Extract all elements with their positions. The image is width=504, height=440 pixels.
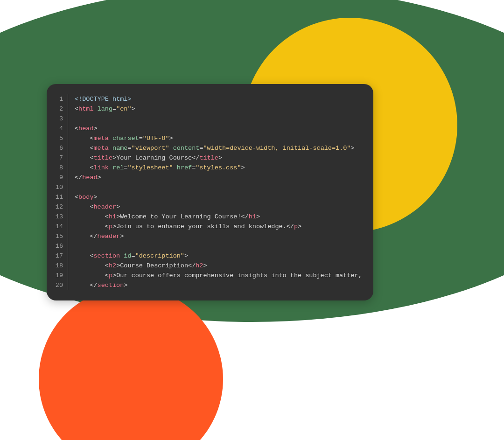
canvas: 1 <!DOCTYPE html> 2 <html lang="en"> 3 4… <box>0 0 504 440</box>
code-content: </header> <box>68 231 124 241</box>
line-number: 19 <box>54 271 68 280</box>
code-line: 20 </section> <box>54 280 362 290</box>
line-number: 14 <box>54 222 68 231</box>
code-line: 7 <title>Your Learning Course</title> <box>54 153 362 163</box>
code-content: <p>Our course offers comprehensive insig… <box>68 271 362 280</box>
code-line: 17 <section id="description"> <box>54 251 362 261</box>
code-line: 2 <html lang="en"> <box>54 104 362 114</box>
line-number: 7 <box>54 153 68 163</box>
line-number: 3 <box>54 114 68 124</box>
code-line: 5 <meta charset="UTF-8"> <box>54 133 362 143</box>
code-content: <section id="description"> <box>68 251 188 261</box>
code-content: <p>Join us to enhance your skills and kn… <box>68 222 301 231</box>
line-number: 6 <box>54 143 68 153</box>
code-line: 8 <link rel="stylesheet" href="styles.cs… <box>54 163 362 173</box>
code-line: 14 <p>Join us to enhance your skills and… <box>54 222 362 231</box>
code-editor-panel: 1 <!DOCTYPE html> 2 <html lang="en"> 3 4… <box>47 84 373 300</box>
line-number: 9 <box>54 173 68 182</box>
code-line: 3 <box>54 114 362 124</box>
code-content <box>68 241 78 251</box>
code-line: 10 <box>54 182 362 192</box>
code-content: <body> <box>68 192 98 202</box>
code-content: <meta charset="UTF-8"> <box>68 133 173 143</box>
line-number: 13 <box>54 212 68 222</box>
line-number: 5 <box>54 133 68 143</box>
line-number: 11 <box>54 192 68 202</box>
code-line: 9 </head> <box>54 173 362 182</box>
code-line: 6 <meta name="viewport" content="width=d… <box>54 143 362 153</box>
code-content: <title>Your Learning Course</title> <box>68 153 222 163</box>
line-number: 17 <box>54 251 68 261</box>
code-content: </head> <box>68 173 101 182</box>
code-content: <!DOCTYPE html> <box>68 94 132 104</box>
code-content <box>68 182 78 192</box>
line-number: 10 <box>54 182 68 192</box>
code-content: <meta name="viewport" content="width=dev… <box>68 143 355 153</box>
code-line: 1 <!DOCTYPE html> <box>54 94 362 104</box>
code-line: 16 <box>54 241 362 251</box>
code-line: 13 <h1>Welcome to Your Learning Course!<… <box>54 212 362 222</box>
line-number: 20 <box>54 280 68 290</box>
line-number: 12 <box>54 202 68 212</box>
line-number: 8 <box>54 163 68 173</box>
code-content: <h1>Welcome to Your Learning Course!</h1… <box>68 212 260 222</box>
code-content: <html lang="en"> <box>68 104 135 114</box>
code-content: </section> <box>68 280 127 290</box>
code-content: <link rel="stylesheet" href="styles.css"… <box>68 163 245 173</box>
line-number: 2 <box>54 104 68 114</box>
code-line: 19 <p>Our course offers comprehensive in… <box>54 271 362 280</box>
code-content: <h2>Course Description</h2> <box>68 261 207 271</box>
code-line: 15 </header> <box>54 231 362 241</box>
code-line: 4 <head> <box>54 124 362 133</box>
line-number: 15 <box>54 231 68 241</box>
line-number: 1 <box>54 94 68 104</box>
line-number: 4 <box>54 124 68 133</box>
code-content: <head> <box>68 124 98 133</box>
line-number: 16 <box>54 241 68 251</box>
code-line: 18 <h2>Course Description</h2> <box>54 261 362 271</box>
line-number: 18 <box>54 261 68 271</box>
code-line: 11 <body> <box>54 192 362 202</box>
code-line: 12 <header> <box>54 202 362 212</box>
code-content: <header> <box>68 202 120 212</box>
code-content <box>68 114 78 124</box>
